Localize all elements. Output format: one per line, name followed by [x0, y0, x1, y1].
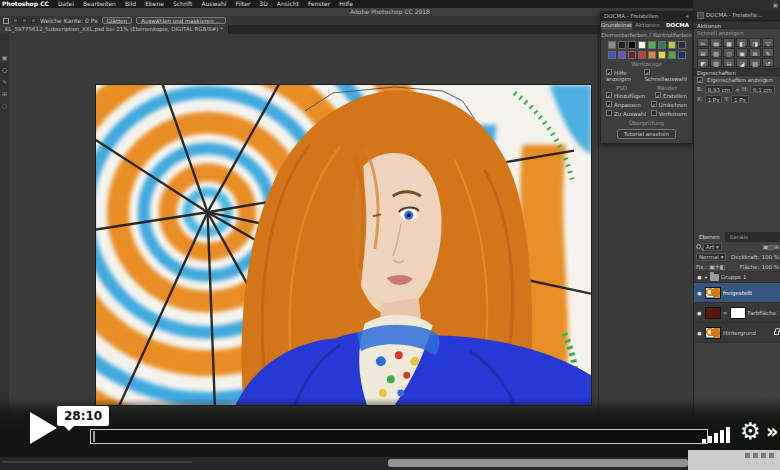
brush-tool-icon[interactable]: ✎ [2, 78, 7, 85]
page-mini-icon[interactable] [753, 453, 758, 458]
action-icon[interactable]: ◫ [723, 48, 735, 57]
play-button[interactable] [30, 412, 57, 444]
action-icon[interactable]: ▣ [736, 48, 748, 57]
action-icon[interactable]: ◧ [736, 38, 748, 47]
fill-layer-thumbnail[interactable] [705, 307, 721, 319]
action-icon[interactable]: ⊟ [723, 58, 735, 67]
layer-name[interactable]: Hintergrund [723, 330, 756, 336]
document-tab[interactable]: KL_59775612_Subscription_XXL.psd bei 21%… [0, 25, 229, 34]
check-anpassen[interactable]: ✓Anpassen [606, 101, 641, 108]
page-scrollbar[interactable] [388, 459, 688, 467]
check-verfeinern[interactable]: Verfeinern [651, 110, 687, 117]
action-icon[interactable]: ▧ [710, 48, 722, 57]
color-swatch[interactable] [658, 51, 666, 59]
color-swatch[interactable] [608, 51, 616, 59]
add-selection-icon[interactable] [22, 18, 27, 23]
color-swatch[interactable] [668, 41, 676, 49]
layer-name[interactable]: Farbfläche 1 [748, 310, 779, 316]
app-menu[interactable]: Photoshop CC [2, 0, 49, 7]
layer-row-background[interactable]: ● Hintergrund [694, 323, 780, 343]
settings-gear-icon[interactable]: ⚙ [740, 418, 761, 444]
progress-bar[interactable] [90, 429, 708, 444]
color-swatch[interactable] [658, 41, 666, 49]
layer-mask-thumbnail[interactable] [730, 307, 746, 319]
color-swatch[interactable] [648, 41, 656, 49]
layer-thumbnail[interactable] [705, 327, 721, 339]
tab-aktionen[interactable]: Aktionen [632, 21, 663, 30]
visibility-eye-icon[interactable]: ● [696, 310, 703, 316]
menu-item[interactable]: Auswahl [201, 0, 226, 7]
y-field[interactable]: 1 Px [731, 95, 749, 103]
color-swatch[interactable] [678, 41, 686, 49]
menu-item[interactable]: 3D [259, 0, 267, 7]
color-swatch[interactable] [618, 41, 626, 49]
page-mini-icon[interactable] [761, 453, 766, 458]
action-icon[interactable]: ⊞ [697, 48, 709, 57]
blend-mode-select[interactable]: Normal ▾ [696, 253, 726, 261]
height-field[interactable]: 6,1 cm [750, 85, 775, 93]
color-swatch[interactable] [668, 51, 676, 59]
fullscreen-icon[interactable]: » [766, 420, 778, 442]
action-icon[interactable]: ▥ [710, 58, 722, 67]
page-mini-icon[interactable] [745, 453, 750, 458]
check-erstellen[interactable]: ✓Erstellen [655, 92, 687, 99]
canvas-image[interactable] [95, 84, 592, 406]
new-selection-icon[interactable] [13, 18, 18, 23]
action-icon[interactable]: ◩ [697, 58, 709, 67]
visibility-eye-icon[interactable]: ● [696, 274, 703, 280]
menu-item[interactable]: Fenster [308, 0, 330, 7]
tab-kanaele[interactable]: Kanäle [725, 232, 754, 242]
selection-tool-icon[interactable] [3, 18, 9, 24]
layer-row-selected[interactable]: ● freigestellt [694, 283, 780, 303]
tab-grundeinstellungen[interactable]: Grundeinstellungen [601, 21, 632, 30]
color-swatch[interactable] [608, 41, 616, 49]
playhead[interactable] [93, 431, 95, 442]
menu-item[interactable]: Ebene [145, 0, 164, 7]
layer-filter-select[interactable]: Art ▾ [703, 243, 722, 251]
color-swatch[interactable] [648, 51, 656, 59]
smooth-toggle[interactable]: Glätten [102, 17, 132, 24]
color-swatch[interactable] [678, 51, 686, 59]
color-swatch[interactable] [638, 51, 646, 59]
dock-box-icon[interactable]: ▣ [773, 2, 778, 8]
visibility-eye-icon[interactable]: ● [696, 290, 703, 296]
check-schnellauswahl[interactable]: ✓Schnellauswahl [644, 69, 687, 82]
subtract-selection-icon[interactable] [31, 18, 36, 23]
action-icon[interactable]: ✎ [762, 48, 774, 57]
layer-group-row[interactable]: ● ▸ Gruppe 1 [694, 272, 780, 283]
menu-item[interactable]: Filter [235, 0, 250, 7]
tab-ebenen[interactable]: Ebenen [694, 232, 725, 242]
check-zu-auswahl[interactable]: Zu Auswahl [606, 110, 646, 117]
color-swatch[interactable] [618, 51, 626, 59]
tutorial-ansehen-button[interactable]: Tutorial ansehen [617, 129, 676, 139]
group-expand-icon[interactable]: ▸ [705, 274, 708, 280]
volume-control[interactable] [702, 426, 736, 443]
menu-item[interactable]: Bild [125, 0, 136, 7]
action-icon[interactable]: ▨ [749, 58, 761, 67]
action-icon[interactable]: ⊠ [749, 48, 761, 57]
action-icon[interactable]: ▤ [710, 38, 722, 47]
page-mini-icon[interactable] [769, 453, 774, 458]
fill-value[interactable]: 100 % [762, 264, 779, 270]
lock-icons[interactable]: ▣✛◧ [709, 263, 725, 270]
check-hilfe-anzeigen[interactable]: ✓Hilfe anzeigen [606, 69, 644, 82]
action-icon[interactable]: ▽ [762, 38, 774, 47]
menu-item[interactable]: Hilfe [339, 0, 353, 7]
menu-item[interactable]: Ansicht [277, 0, 299, 7]
action-icon[interactable]: ▦ [723, 38, 735, 47]
color-swatch[interactable] [628, 51, 636, 59]
check-hinzufuegen[interactable]: ✓Hinzufügen [606, 92, 645, 99]
color-swatch[interactable] [638, 41, 646, 49]
width-field[interactable]: 8,93 cm [705, 85, 733, 93]
visibility-eye-icon[interactable]: ● [696, 330, 703, 336]
filter-kind-icons[interactable]: ▣◫⊞ [763, 243, 779, 250]
action-icon[interactable]: ↺ [762, 58, 774, 67]
check-umkehren[interactable]: ✓Umkehren [651, 101, 687, 108]
group-name[interactable]: Gruppe 1 [721, 274, 747, 280]
color-swatch[interactable] [628, 41, 636, 49]
dock-panel-tab[interactable]: DOCMA - Freistelle… [694, 10, 780, 21]
panel-collapse-icon[interactable]: « [686, 12, 689, 21]
action-icon[interactable]: ◨ [749, 38, 761, 47]
crop-tool-icon[interactable]: ⊞ [2, 90, 7, 97]
move-tool-icon[interactable]: ▣ [2, 54, 8, 61]
